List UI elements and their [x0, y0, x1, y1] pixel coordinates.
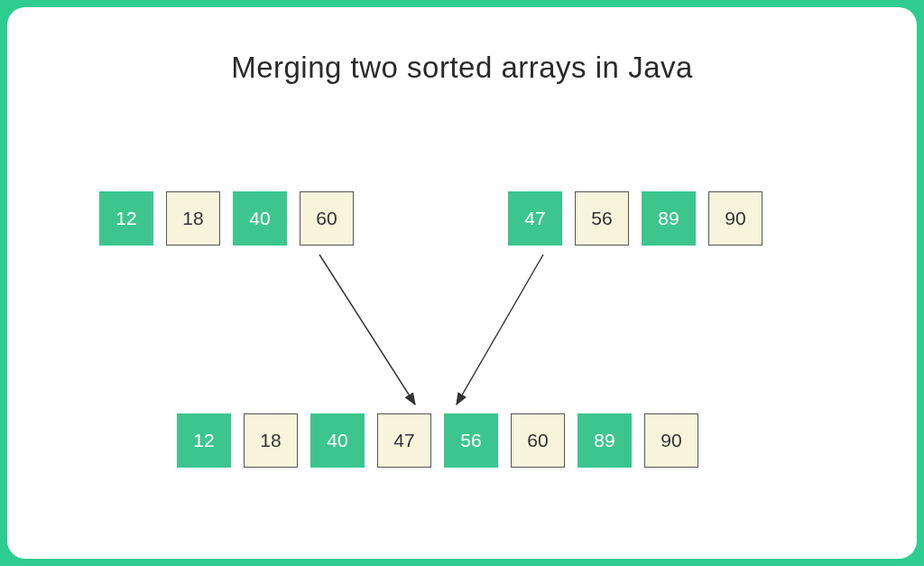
merge-arrows [314, 251, 567, 422]
array-b-cell-2: 89 [642, 191, 696, 246]
merged-cell-2: 40 [310, 413, 365, 468]
array-a-cell-2: 40 [233, 191, 287, 246]
merged-cell-7: 90 [644, 413, 698, 468]
merged-cell-5: 60 [511, 413, 565, 468]
inner-panel: Merging two sorted arrays in Java 12 18 … [7, 7, 917, 559]
arrow-right-icon [457, 255, 543, 404]
merged-cell-6: 89 [578, 413, 632, 468]
array-a-cell-3: 60 [300, 191, 354, 246]
array-a-cell-0: 12 [99, 191, 153, 246]
array-a-cell-1: 18 [166, 191, 220, 246]
diagram-title: Merging two sorted arrays in Java [7, 51, 917, 85]
merged-cell-0: 12 [177, 413, 231, 468]
array-b-cell-0: 47 [508, 191, 562, 246]
array-merged: 12 18 40 47 56 60 89 90 [177, 413, 698, 468]
arrow-left-icon [319, 255, 415, 404]
array-b: 47 56 89 90 [508, 191, 762, 246]
merged-cell-1: 18 [244, 413, 298, 468]
array-b-cell-1: 56 [575, 191, 629, 246]
array-b-cell-3: 90 [708, 191, 762, 246]
array-a: 12 18 40 60 [99, 191, 354, 246]
merged-cell-4: 56 [444, 413, 498, 468]
outer-frame: Merging two sorted arrays in Java 12 18 … [0, 0, 924, 566]
merged-cell-3: 47 [377, 413, 431, 468]
